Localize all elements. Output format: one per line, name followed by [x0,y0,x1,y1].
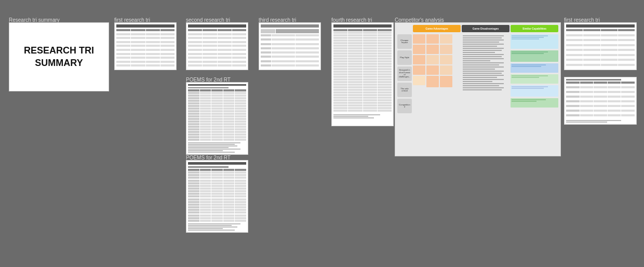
card-third-research-tri[interactable] [259,22,321,70]
card-competitors-analysis[interactable]: Game Advantages Game Disadvantages Simil… [395,22,561,156]
comp-row-label-1: Cheaper Impact [398,39,411,44]
comp-row-label-5: Competition 2 [398,104,411,109]
summary-title: RESEARCH TRISUMMARY [24,45,94,69]
comp-col-header-capabilities: Similar Capabilities [522,27,546,30]
card-fourth-research-tri[interactable] [331,22,394,126]
card-poems-2nd-rt-1[interactable] [186,82,248,155]
comp-col-header-disadvantages: Game Disadvantages [473,27,499,30]
canvas: Research tri summary RESEARCH TRISUMMARY… [0,0,644,267]
card-research-tri-summary[interactable]: RESEARCH TRISUMMARY [9,22,109,91]
card-first-research-tri-2[interactable] [564,22,637,70]
comp-col-header-advantages: Game Advantages [425,27,448,30]
card-first-research-tri-1[interactable] [114,22,177,70]
card-poems-2nd-rt-2[interactable] [186,160,248,233]
comp-row-label-3: Designed in short format of challenges..… [398,69,411,78]
card-second-research-tri[interactable] [186,22,248,70]
comp-row-label-2: Play Style [400,57,409,59]
comp-row-label-4: The sale critical [398,88,411,92]
card-first-research-tri-3[interactable] [564,77,637,125]
